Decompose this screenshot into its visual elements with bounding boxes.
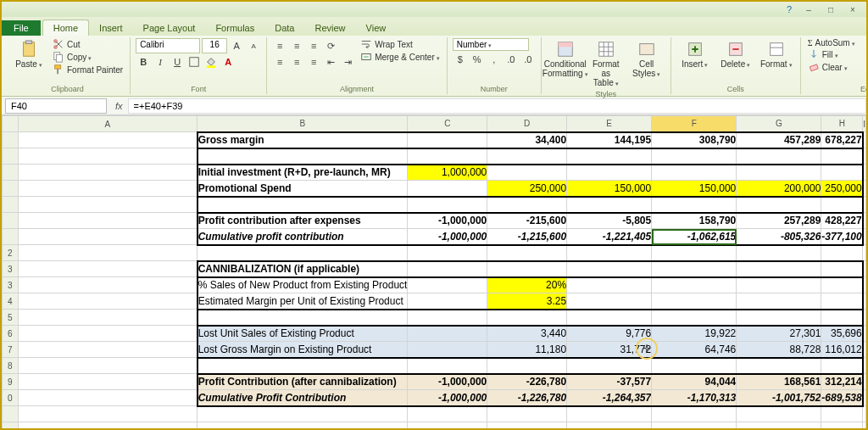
window-titlebar: ? – □ × bbox=[2, 2, 866, 17]
tab-view[interactable]: View bbox=[356, 20, 397, 36]
tab-review[interactable]: Review bbox=[304, 20, 355, 36]
table-row[interactable]: Initial investment (R+D, pre-launch, MR)… bbox=[3, 165, 866, 181]
table-row[interactable]: 3CANNIBALIZATION (if applicable) bbox=[3, 261, 866, 277]
border-button[interactable] bbox=[186, 54, 202, 70]
merge-center-button[interactable]: Merge & Center bbox=[359, 51, 442, 63]
align-bottom-button[interactable]: ≡ bbox=[306, 38, 321, 53]
table-row[interactable] bbox=[3, 422, 866, 429]
table-row[interactable] bbox=[3, 406, 866, 422]
col-header-E[interactable]: E bbox=[567, 116, 652, 132]
eraser-icon bbox=[808, 61, 820, 73]
wrap-icon bbox=[360, 38, 372, 50]
table-row[interactable]: 4Estimated Margin per Unit of Existing P… bbox=[3, 293, 866, 310]
fill-button[interactable]: Fill bbox=[806, 48, 857, 60]
tab-formulas[interactable]: Formulas bbox=[205, 20, 264, 36]
col-header-H[interactable]: H bbox=[821, 116, 863, 132]
insert-cells-button[interactable]: Insert bbox=[676, 38, 714, 70]
paste-button[interactable]: Paste bbox=[10, 38, 47, 70]
col-header-F[interactable]: F bbox=[652, 116, 737, 132]
copy-button[interactable]: Copy bbox=[51, 51, 125, 63]
table-row[interactable]: 2 bbox=[3, 245, 866, 261]
close-button[interactable]: × bbox=[843, 3, 863, 15]
align-middle-button[interactable]: ≡ bbox=[289, 38, 304, 53]
svg-rect-18 bbox=[810, 64, 818, 71]
tab-file[interactable]: File bbox=[2, 20, 41, 36]
cell-styles-button[interactable]: Cell Styles bbox=[628, 38, 665, 80]
bold-button[interactable]: B bbox=[136, 54, 151, 70]
italic-button[interactable]: I bbox=[153, 54, 168, 70]
fill-color-button[interactable] bbox=[203, 54, 219, 70]
font-name-selector[interactable]: Calibri bbox=[136, 38, 200, 53]
formula-bar: F40 fx =+E40+F39 bbox=[2, 97, 866, 115]
name-box[interactable]: F40 bbox=[5, 98, 107, 114]
col-header-D[interactable]: D bbox=[487, 116, 567, 132]
maximize-button[interactable]: □ bbox=[821, 3, 841, 15]
delete-label: Delete bbox=[721, 59, 750, 69]
table-row[interactable]: 8 bbox=[3, 358, 866, 374]
col-header-C[interactable]: C bbox=[408, 116, 487, 132]
number-group-label: Number bbox=[453, 84, 536, 93]
increase-decimal-button[interactable]: .0 bbox=[504, 52, 519, 67]
delete-cells-button[interactable]: Delete bbox=[717, 38, 754, 70]
table-row[interactable] bbox=[3, 148, 866, 165]
table-row[interactable]: 6Lost Unit Sales of Existing Product3,44… bbox=[3, 326, 866, 342]
cell-label: Cell Styles bbox=[630, 59, 664, 78]
table-row[interactable]: Cumulative profit contribution-1,000,000… bbox=[3, 229, 866, 245]
increase-indent-button[interactable]: ⇥ bbox=[340, 54, 355, 70]
select-all-corner[interactable] bbox=[3, 116, 19, 132]
clear-button[interactable]: Clear bbox=[806, 61, 857, 73]
table-row[interactable]: 3% Sales of New Product from Existing Pr… bbox=[3, 277, 866, 293]
underline-button[interactable]: U bbox=[170, 54, 185, 70]
decrease-font-button[interactable]: A bbox=[246, 38, 261, 53]
ribbon-group-number: Number $ % , .0 .0 Number bbox=[448, 37, 542, 94]
col-header-G[interactable]: G bbox=[737, 116, 821, 132]
align-top-button[interactable]: ≡ bbox=[272, 38, 287, 53]
cut-button[interactable]: Cut bbox=[51, 38, 125, 50]
align-center-button[interactable]: ≡ bbox=[289, 54, 304, 70]
font-color-button[interactable]: A bbox=[220, 54, 236, 70]
minimize-button[interactable]: – bbox=[798, 3, 819, 15]
help-icon[interactable]: ? bbox=[787, 4, 792, 14]
format-cells-button[interactable]: Format bbox=[758, 38, 795, 70]
cell-styles-icon bbox=[637, 40, 656, 59]
table-row[interactable]: Profit contribution after expenses-1,000… bbox=[3, 213, 866, 229]
wrap-text-button[interactable]: Wrap Text bbox=[359, 38, 442, 50]
autosum-button[interactable]: ΣAutoSum bbox=[806, 38, 857, 47]
orientation-button[interactable]: ⟳ bbox=[323, 38, 338, 53]
tab-insert[interactable]: Insert bbox=[89, 20, 133, 36]
table-row[interactable]: 0Cumulative Profit Contribution-1,000,00… bbox=[3, 390, 866, 406]
currency-button[interactable]: $ bbox=[453, 52, 468, 67]
svg-rect-14 bbox=[639, 44, 654, 55]
align-right-button[interactable]: ≡ bbox=[306, 54, 321, 70]
decrease-indent-button[interactable]: ⇤ bbox=[323, 54, 338, 70]
percent-button[interactable]: % bbox=[470, 52, 485, 67]
col-header-B[interactable]: B bbox=[198, 116, 408, 132]
ribbon-group-clipboard: Paste Cut Copy Format Painter Clipboard bbox=[5, 37, 131, 94]
sort-filter-button[interactable]: Sort & Filter bbox=[860, 38, 868, 80]
font-size-selector[interactable]: 16 bbox=[202, 38, 227, 53]
align-left-button[interactable]: ≡ bbox=[272, 54, 287, 70]
conditional-formatting-button[interactable]: Conditional Formatting bbox=[547, 38, 584, 80]
number-format-selector[interactable]: Number bbox=[453, 38, 529, 51]
format-table-button[interactable]: Format as Table bbox=[587, 38, 625, 89]
tab-home[interactable]: Home bbox=[42, 20, 89, 36]
table-row[interactable]: Promotional Spend250,000150,000150,00020… bbox=[3, 181, 866, 197]
fx-icon[interactable]: fx bbox=[110, 101, 128, 111]
tab-page-layout[interactable]: Page Layout bbox=[133, 20, 206, 36]
table-row[interactable]: 5 bbox=[3, 310, 866, 326]
svg-rect-9 bbox=[207, 65, 216, 68]
table-row[interactable]: 7Lost Gross Margin on Existing Product11… bbox=[3, 342, 866, 358]
table-row[interactable]: 9Profit Contribution (after cannibalizat… bbox=[3, 374, 866, 390]
col-header-A[interactable]: A bbox=[18, 116, 198, 132]
worksheet-area[interactable]: A B C D E F G H I Gross margin34,400144,… bbox=[2, 115, 866, 428]
formula-input[interactable]: =+E40+F39 bbox=[128, 98, 866, 114]
tab-data[interactable]: Data bbox=[264, 20, 304, 36]
table-row[interactable]: Gross margin34,400144,195308,790457,2896… bbox=[3, 132, 866, 148]
format-painter-button[interactable]: Format Painter bbox=[51, 64, 125, 75]
comma-button[interactable]: , bbox=[487, 52, 502, 67]
table-row[interactable] bbox=[3, 197, 866, 213]
decrease-decimal-button[interactable]: .0 bbox=[520, 52, 536, 67]
spreadsheet-grid[interactable]: A B C D E F G H I Gross margin34,400144,… bbox=[2, 115, 866, 428]
increase-font-button[interactable]: A bbox=[229, 38, 244, 53]
col-header-I[interactable]: I bbox=[863, 116, 866, 132]
